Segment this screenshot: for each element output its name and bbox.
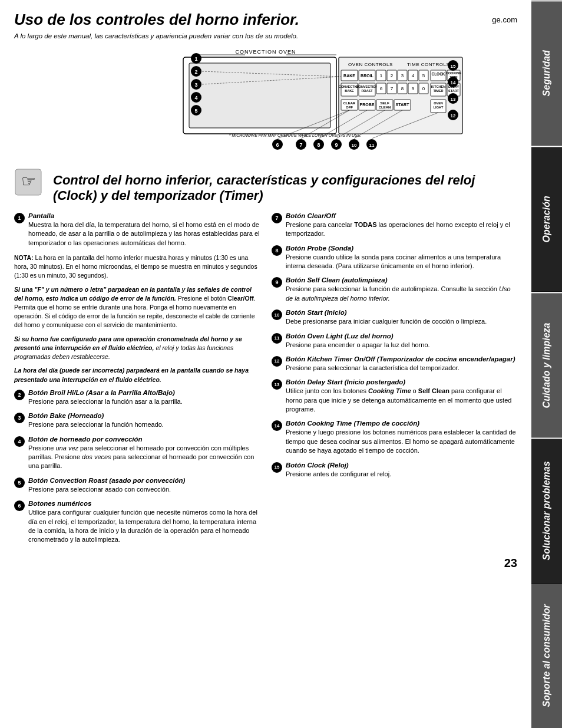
item-6-text: Utilice para configurar cualquier funció… <box>28 508 260 545</box>
desc-item-12: 12 Botón Kitchen Timer On/Off (Temporiza… <box>272 355 517 373</box>
svg-text:4: 4 <box>194 95 197 101</box>
svg-text:14: 14 <box>451 80 456 85</box>
item-2-title: Botón Broil Hi/Lo (Asar a la Parrilla Al… <box>28 389 260 396</box>
svg-text:CONVECTION: CONVECTION <box>356 85 378 88</box>
section-header: ☞ Control del horno inferior, caracterís… <box>14 168 517 210</box>
svg-rect-4 <box>189 63 330 128</box>
item-14-title: Botón Cooking Time (Tiempo de cocción) <box>286 420 517 427</box>
svg-text:3: 3 <box>401 73 404 78</box>
svg-text:OVEN CONTROLS: OVEN CONTROLS <box>348 62 393 67</box>
svg-text:START: START <box>396 103 410 107</box>
hand-icon: ☞ <box>14 168 42 196</box>
svg-text:7: 7 <box>299 142 302 148</box>
callout-14: 14 <box>272 420 282 431</box>
svg-text:1: 1 <box>380 73 383 78</box>
svg-text:0: 0 <box>422 86 425 91</box>
callout-13: 13 <box>272 379 282 390</box>
sidebar-label-cuidado: Cuidado y limpieza <box>541 322 552 408</box>
main-content: Uso de los controles del horno inferior.… <box>0 0 531 581</box>
svg-text:BAKE: BAKE <box>343 74 355 78</box>
svg-text:12: 12 <box>451 113 456 118</box>
sidebar-section-solucionar: Solucionar problemas <box>531 437 562 583</box>
item-12-title: Botón Kitchen Timer On/Off (Temporizador… <box>286 355 517 363</box>
svg-text:OFF: OFF <box>346 106 353 109</box>
desc-item-14: 14 Botón Cooking Time (Tiempo de cocción… <box>272 420 517 455</box>
item-11-text: Presione para encender o apagar la luz d… <box>286 341 517 350</box>
desc-item-9: 9 Botón Self Clean (autolimpieza) Presio… <box>272 276 517 303</box>
item-13-text: Utilice junto con los botones Cooking Ti… <box>286 387 517 414</box>
svg-text:CLEAN: CLEAN <box>379 106 391 109</box>
sidebar-label-seguridad: Seguridad <box>541 51 552 97</box>
desc-item-2: 2 Botón Broil Hi/Lo (Asar a la Parrilla … <box>14 389 260 406</box>
item-1-title: Pantalla <box>28 212 260 219</box>
desc-item-3: 3 Botón Bake (Horneado) Presione para se… <box>14 412 260 429</box>
descriptions: 1 Pantalla Muestra la hora del día, la t… <box>14 212 517 551</box>
callout-4: 4 <box>14 436 25 447</box>
callout-11: 11 <box>272 333 282 344</box>
desc-item-1: 1 Pantalla Muestra la hora del día, la t… <box>14 212 260 248</box>
website: ge.com <box>492 15 517 24</box>
item-12-text: Presione para seleccionar la característ… <box>286 364 517 373</box>
desc-item-5: 5 Botón Convection Roast (asado por conv… <box>14 477 260 494</box>
item-9-title: Botón Self Clean (autolimpieza) <box>286 276 517 284</box>
svg-text:LIGHT: LIGHT <box>434 106 444 109</box>
item-15-title: Botón Clock (Reloj) <box>286 462 517 469</box>
section-heading: Control del horno inferior, característi… <box>53 173 517 204</box>
svg-text:PROBE: PROBE <box>360 103 375 107</box>
svg-text:6: 6 <box>380 86 383 91</box>
sidebar-section-cuidado: Cuidado y limpieza <box>531 292 562 437</box>
item-2-text: Presione para seleccionar la función asa… <box>28 397 260 406</box>
item-1-text: Muestra la hora del día, la temperatura … <box>28 220 260 248</box>
item-8-title: Botón Probe (Sonda) <box>286 245 517 252</box>
svg-text:7: 7 <box>391 86 394 91</box>
sidebar-section-seguridad: Seguridad <box>531 0 562 146</box>
sidebar-section-operacion: Operación <box>531 146 562 291</box>
svg-text:COOKING: COOKING <box>446 71 461 75</box>
svg-text:ROAST: ROAST <box>361 89 373 93</box>
sidebar: Seguridad Operación Cuidado y limpieza S… <box>531 0 562 728</box>
svg-text:START: START <box>448 89 459 93</box>
svg-text:2: 2 <box>391 73 394 78</box>
item-7-text: Presione para cancelar TODAS las operaci… <box>286 220 517 239</box>
item-7-title: Botón Clear/Off <box>286 212 517 219</box>
callout-5: 5 <box>14 477 25 488</box>
desc-item-6: 6 Botones numéricos Utilice para configu… <box>14 500 260 545</box>
svg-text:☞: ☞ <box>21 172 36 190</box>
item-13-title: Botón Delay Start (Inicio postergado) <box>286 378 517 386</box>
sidebar-label-solucionar: Solucionar problemas <box>541 462 552 561</box>
sidebar-label-operacion: Operación <box>541 196 552 243</box>
svg-text:13: 13 <box>451 97 456 102</box>
svg-text:6: 6 <box>276 142 279 148</box>
item-5-title: Botón Convection Roast (asado por convec… <box>28 477 260 484</box>
svg-text:* MICROWAVE PAN MAY OPERATE WH: * MICROWAVE PAN MAY OPERATE WHILE LOWER … <box>229 133 362 137</box>
left-column: 1 Pantalla Muestra la hora del día, la t… <box>14 212 260 551</box>
svg-text:8: 8 <box>401 86 404 91</box>
item-8-text: Presione cuando utilice la sonda para co… <box>286 253 517 271</box>
callout-1: 1 <box>14 213 25 223</box>
svg-text:10: 10 <box>352 143 357 148</box>
item-5-text: Presione para seleccionar asado con conv… <box>28 485 260 494</box>
callout-12: 12 <box>272 356 282 367</box>
page-header: Uso de los controles del horno inferior.… <box>14 11 517 29</box>
desc-item-4: 4 Botón de horneado por convección Presi… <box>14 436 260 471</box>
oven-diagram: CONVECTION OVEN OVEN CONTROLS TIME CONTR… <box>14 45 517 163</box>
item-3-title: Botón Bake (Horneado) <box>28 412 260 419</box>
svg-text:BROIL: BROIL <box>361 74 374 78</box>
svg-text:3: 3 <box>194 82 197 88</box>
callout-7: 7 <box>272 213 282 223</box>
item-9-text: Presione para seleccionar la función de … <box>286 285 517 303</box>
svg-text:KITCHEN: KITCHEN <box>431 85 445 88</box>
desc-item-10: 10 Botón Start (Inicio) Debe presionarse… <box>272 309 517 326</box>
callout-15: 15 <box>272 462 282 473</box>
callout-2: 2 <box>14 390 25 400</box>
svg-text:CONVECTION OVEN: CONVECTION OVEN <box>235 49 296 55</box>
svg-text:OVEN: OVEN <box>434 101 443 105</box>
item-10-title: Botón Start (Inicio) <box>286 309 517 316</box>
item-4-title: Botón de horneado por convección <box>28 436 260 443</box>
svg-text:TIME CONTROLS: TIME CONTROLS <box>407 62 449 67</box>
sidebar-label-soporte: Soporte al consumidor <box>541 604 552 707</box>
note-4: La hora del día (puede ser incorrecta) p… <box>14 366 260 384</box>
callout-3: 3 <box>14 413 25 423</box>
svg-text:4: 4 <box>412 73 415 78</box>
svg-text:9: 9 <box>335 142 338 148</box>
